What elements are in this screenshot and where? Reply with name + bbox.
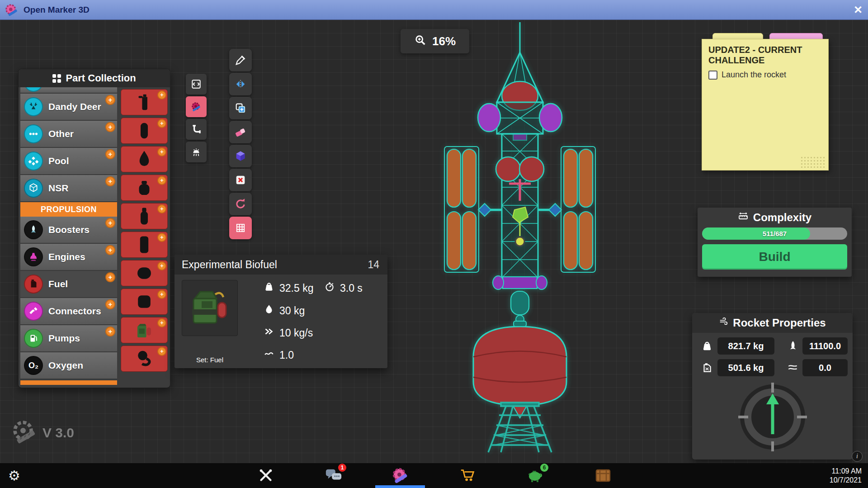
symmetry-toolbar <box>186 74 207 164</box>
split-view-button[interactable] <box>186 74 207 95</box>
part-thumbnail[interactable]: + <box>121 175 168 201</box>
add-part-button[interactable]: + <box>105 95 115 105</box>
rocket-properties-header: Rocket Properties <box>692 313 853 333</box>
add-part-button[interactable]: + <box>157 233 166 242</box>
version-label: V 3.0 <box>42 425 74 441</box>
part-thumbnail[interactable]: + <box>121 289 168 315</box>
part-thumbnail[interactable]: + <box>121 232 168 258</box>
dots-icon <box>24 124 43 143</box>
add-part-button[interactable]: + <box>105 149 115 159</box>
task-checkbox[interactable] <box>708 71 717 80</box>
rocket-mass-value: 821.7 kg <box>717 337 774 355</box>
taskbar-chat-icon[interactable]: 1 <box>323 464 344 486</box>
taskbar-builder-icon[interactable] <box>389 464 411 486</box>
stat-burn-time: 3.0 s <box>324 281 363 295</box>
complexity-header: Complexity <box>698 208 852 227</box>
add-part-button[interactable]: + <box>105 327 115 336</box>
part-thumbnail[interactable]: + <box>121 146 168 172</box>
add-part-button[interactable]: + <box>157 347 166 356</box>
stat-mass-value: 32.5 kg <box>279 282 313 294</box>
stat-flow-rate-value: 10 kg/s <box>279 327 313 339</box>
stat-ratio-value: 1.0 <box>279 349 294 361</box>
sidebar-item-dandy-deer[interactable]: Dandy Deer + <box>20 94 117 121</box>
taskbar-combat-icon[interactable] <box>255 464 277 486</box>
part-thumbnail[interactable]: + <box>121 203 168 229</box>
add-part-button[interactable]: + <box>157 261 166 270</box>
add-part-button[interactable]: + <box>105 218 115 228</box>
pump-icon <box>24 329 43 348</box>
part-thumbnail-biofuel[interactable]: + <box>121 317 168 343</box>
add-part-button[interactable]: + <box>157 176 166 185</box>
date-label: 10/7/2021 <box>830 476 862 485</box>
part-collection-title: Part Collection <box>66 72 136 84</box>
taskbar-crate-icon[interactable] <box>592 464 614 486</box>
delete-button[interactable] <box>229 169 252 191</box>
add-part-button[interactable]: + <box>157 147 166 156</box>
taskbar-shop-icon[interactable] <box>457 464 479 486</box>
copy-button[interactable] <box>229 97 252 119</box>
money-badge: 6 <box>540 464 548 472</box>
complexity-bar: 511/687 <box>702 227 847 240</box>
rocket-render[interactable] <box>420 20 619 459</box>
snap-grid-button[interactable] <box>229 217 252 239</box>
sidebar-item-oxygen[interactable]: O₂ Oxygen <box>20 352 117 379</box>
window-title: Open Marker 3D <box>24 5 90 15</box>
launch-direction-gauge[interactable] <box>736 381 809 453</box>
add-part-button[interactable]: + <box>157 90 166 99</box>
add-part-button[interactable]: + <box>105 245 115 255</box>
part-thumbnail[interactable]: + <box>121 260 168 286</box>
sidebar-item-connectors[interactable]: Connectors + <box>20 298 117 325</box>
pipe-tool-button[interactable] <box>186 119 207 140</box>
close-button[interactable]: ✕ <box>854 0 863 20</box>
complexity-title: Complexity <box>753 211 811 224</box>
sidebar-item-pool[interactable]: Pool + <box>20 148 117 175</box>
sprinkler-tool-button[interactable] <box>186 142 207 162</box>
add-part-button[interactable]: + <box>157 119 166 128</box>
add-part-button[interactable]: + <box>157 318 166 327</box>
fuel-icon <box>24 275 43 294</box>
sidebar-item-pumps[interactable]: Pumps + <box>20 325 117 352</box>
sidebar-item-nsr[interactable]: NSR + <box>20 175 117 202</box>
taskbar-bank-icon[interactable]: 6 <box>525 464 547 486</box>
eyedropper-button[interactable] <box>229 49 252 71</box>
build-button[interactable]: Build <box>702 244 847 270</box>
category-row-partial[interactable] <box>20 87 117 94</box>
sidebar-item-boosters[interactable]: Boosters + <box>20 217 117 244</box>
sidebar-item-engines[interactable]: Engines + <box>20 244 117 271</box>
part-thumbnail-list: + + + + + + + + <box>121 89 168 384</box>
app-logo-icon <box>4 2 19 18</box>
zoom-indicator[interactable]: 16% <box>401 29 469 53</box>
add-part-button[interactable]: + <box>105 272 115 282</box>
part-thumbnail[interactable]: + <box>121 118 168 144</box>
sidebar-item-other[interactable]: Other + <box>20 121 117 148</box>
part-thumbnail[interactable]: + <box>121 346 168 372</box>
add-part-button[interactable]: + <box>105 122 115 132</box>
add-part-button[interactable]: + <box>105 176 115 186</box>
version-watermark: V 3.0 <box>11 418 74 447</box>
part-collection-header[interactable]: Part Collection <box>19 69 170 87</box>
part-count: 14 <box>368 259 379 271</box>
booster-icon <box>24 220 43 239</box>
info-button[interactable]: i <box>852 451 863 462</box>
sidebar-item-fuel[interactable]: Fuel + <box>20 271 117 298</box>
category-icon <box>24 87 43 92</box>
add-part-button[interactable]: + <box>157 290 166 299</box>
mirror-button[interactable] <box>229 73 252 95</box>
eraser-button[interactable] <box>229 121 252 143</box>
settings-gear-icon[interactable]: ⚙ <box>8 463 20 488</box>
build-mode-button[interactable] <box>186 96 207 117</box>
oxygen-symbol: O₂ <box>28 361 38 370</box>
part-thumbnail[interactable]: + <box>121 89 168 115</box>
3d-cube-button[interactable] <box>229 145 252 167</box>
add-part-button[interactable]: + <box>157 204 166 213</box>
part-set-label: Set: Fuel <box>182 356 238 364</box>
connector-icon <box>24 302 43 321</box>
timer-icon <box>324 281 335 295</box>
note-texture <box>800 156 826 168</box>
challenge-note[interactable]: UPDATE2 - CURRENT CHALLENGE Launch the r… <box>702 39 829 171</box>
add-part-button[interactable]: + <box>105 299 115 309</box>
properties-icon <box>719 317 729 329</box>
section-header-propulsion: PROPULSION <box>20 202 117 217</box>
rotate-button[interactable] <box>229 193 252 215</box>
next-section-strip <box>20 380 117 385</box>
